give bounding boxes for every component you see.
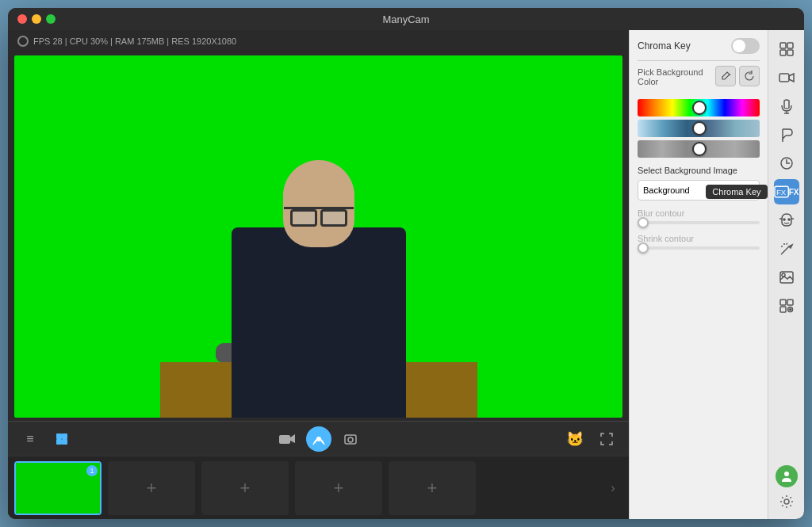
fullscreen-icon [599, 432, 614, 446]
chroma-key-button[interactable]: FX FX Chroma Key [774, 179, 799, 204]
history-button[interactable] [774, 151, 799, 176]
list-icon: ≡ [26, 432, 33, 446]
chroma-key-toggle[interactable] [731, 38, 760, 54]
list-view-button[interactable]: ≡ [17, 426, 43, 452]
screenshot-button[interactable] [338, 426, 363, 452]
scripts-button[interactable] [774, 122, 799, 147]
thumb-nav-next[interactable]: › [603, 461, 622, 515]
chroma-key-label: Chroma Key [638, 40, 691, 52]
person-body [232, 227, 406, 418]
dropdown-arrow-icon: ▾ [750, 186, 754, 195]
chroma-key-icon: FX [774, 185, 789, 198]
person-figure [160, 148, 477, 418]
glass-right [320, 209, 347, 227]
panel-content: Chroma Key Pick Background Color [630, 30, 768, 519]
svg-point-40 [784, 499, 789, 504]
video-area: FPS 28 | CPU 30% | RAM 175MB | RES 1920X… [8, 30, 629, 519]
status-indicator [17, 36, 29, 47]
add-scene-4[interactable]: + [295, 461, 382, 515]
person-overlay [152, 55, 485, 418]
color-bar-rainbow[interactable] [638, 99, 760, 116]
svg-rect-34 [787, 300, 793, 305]
clock-icon [779, 156, 794, 170]
media-button[interactable] [774, 265, 799, 290]
effects-button[interactable] [774, 236, 799, 262]
gear-icon [779, 495, 794, 509]
mask-button[interactable]: 🐱 [562, 426, 588, 452]
shrink-slider-handle [638, 242, 649, 254]
blur-contour-label: Blur contour [638, 208, 760, 218]
toggle-knob [733, 40, 745, 52]
main-window: ManyCam FPS 28 | CPU 30% | RAM 175MB | R… [8, 8, 804, 519]
user-icon [780, 470, 793, 483]
shrink-contour-section: Shrink contour [638, 234, 760, 250]
video-preview [14, 55, 622, 418]
user-avatar[interactable] [776, 465, 798, 487]
blur-contour-slider[interactable] [638, 221, 760, 224]
glass-left [290, 209, 317, 227]
fullscreen-button[interactable] [594, 426, 619, 452]
thumbnail-1[interactable]: 1 [14, 461, 102, 515]
stats-text: FPS 28 | CPU 30% | RAM 175MB | RES 1920X… [33, 36, 236, 46]
select-bg-section-label: Select Background Image [638, 166, 760, 175]
add-scene-5[interactable]: + [389, 461, 476, 515]
bg-image-dropdown[interactable]: Background ▾ [638, 180, 760, 200]
blur-contour-section: Blur contour [638, 208, 760, 224]
add-scene-2[interactable]: + [108, 461, 195, 515]
video-sources-button[interactable] [774, 65, 799, 90]
svg-rect-3 [62, 439, 67, 445]
svg-rect-0 [56, 433, 62, 439]
shrink-contour-slider[interactable] [638, 246, 760, 250]
color-bar-brightness[interactable] [638, 140, 760, 158]
camera-icon [279, 433, 295, 445]
svg-rect-1 [62, 433, 67, 439]
shrink-contour-label: Shrink contour [638, 234, 760, 243]
color-bar-saturation[interactable] [638, 120, 760, 137]
thumbnail-strip: 1 + + + + › [8, 456, 629, 519]
svg-marker-5 [290, 434, 295, 443]
layout-button[interactable] [774, 36, 799, 62]
svg-rect-14 [779, 74, 789, 82]
icon-bar: FX FX Chroma Key [768, 30, 804, 519]
color-pickers [715, 66, 760, 86]
audio-icon [779, 98, 794, 114]
svg-line-26 [781, 246, 789, 254]
titlebar-buttons [17, 14, 56, 24]
broadcast-button[interactable] [306, 426, 331, 452]
reset-icon [744, 71, 755, 82]
eyedropper-button[interactable] [715, 66, 736, 86]
camera-button[interactable] [274, 426, 300, 452]
svg-rect-33 [780, 300, 786, 305]
color-handle-saturation [692, 121, 707, 136]
face-button[interactable] [774, 208, 799, 233]
titlebar: ManyCam [8, 8, 804, 30]
person-head [283, 160, 354, 247]
svg-marker-27 [789, 245, 792, 248]
bg-dropdown-value: Background [643, 185, 690, 195]
svg-rect-13 [787, 50, 793, 55]
pick-bg-color-row: Pick Background Color [638, 66, 760, 93]
spectrum-bars [638, 99, 760, 158]
face-icon [779, 212, 794, 228]
svg-rect-11 [787, 43, 793, 48]
multiview-button[interactable] [774, 293, 799, 319]
blur-slider-handle [638, 217, 649, 228]
add-scene-3[interactable]: + [201, 461, 289, 515]
color-handle-brightness [692, 142, 707, 156]
svg-rect-4 [279, 435, 290, 444]
reset-color-button[interactable] [739, 66, 760, 86]
minimize-button[interactable] [32, 14, 41, 24]
main-content: FPS 28 | CPU 30% | RAM 175MB | RES 1920X… [8, 30, 804, 519]
layers-button[interactable] [49, 426, 75, 452]
audio-button[interactable] [774, 94, 799, 119]
maximize-button[interactable] [46, 14, 56, 24]
svg-marker-15 [789, 74, 794, 82]
close-button[interactable] [17, 14, 27, 24]
svg-point-8 [348, 437, 353, 442]
settings-button[interactable] [776, 491, 798, 513]
image-icon [779, 271, 794, 284]
svg-line-30 [786, 243, 787, 245]
svg-rect-10 [780, 43, 786, 48]
video-camera-icon [779, 71, 795, 84]
layers-icon [55, 432, 69, 446]
